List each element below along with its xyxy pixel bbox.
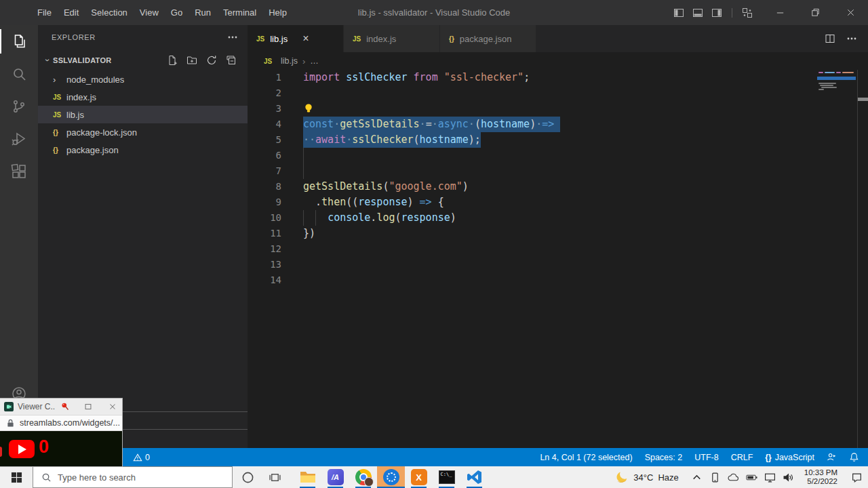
taskbar-app-chrome[interactable] [349, 466, 377, 488]
code-line-4[interactable]: 4const·getSslDetails·=·async·(hostname)·… [248, 117, 868, 132]
new-folder-icon[interactable] [186, 55, 197, 66]
customize-layout-icon[interactable] [742, 7, 753, 18]
new-file-icon[interactable] [167, 55, 178, 66]
file-tree-item-node_modules[interactable]: ›node_modules [38, 70, 248, 88]
network-icon[interactable] [764, 472, 776, 483]
minimap-selection [817, 77, 856, 80]
file-tree-item-lib.js[interactable]: JSlib.js [38, 106, 248, 123]
menu-terminal[interactable]: Terminal [217, 7, 262, 18]
refresh-icon[interactable] [206, 55, 217, 66]
code-line-11[interactable]: 11}) [248, 226, 868, 241]
tab-lib.js[interactable]: JSlib.js× [248, 25, 344, 52]
menu-go[interactable]: Go [165, 7, 189, 18]
breadcrumb-ellipsis[interactable]: … [310, 56, 319, 66]
code-line-10[interactable]: 10 console.log(response) [248, 210, 868, 226]
onedrive-icon[interactable] [728, 472, 739, 483]
phone-link-icon[interactable] [709, 472, 721, 483]
menu-edit[interactable]: Edit [58, 7, 85, 18]
code-line-12[interactable]: 12 [248, 241, 868, 257]
chevron-up-icon[interactable] [691, 472, 703, 483]
explorer-section-header[interactable]: › SSLVALIDATOR [38, 52, 248, 69]
code-line-6[interactable]: 6 [248, 148, 868, 163]
breadcrumb-file[interactable]: lib.js [281, 56, 298, 66]
code-line-3[interactable]: 3 [248, 101, 868, 117]
menu-help[interactable]: Help [262, 7, 293, 18]
menu-run[interactable]: Run [189, 7, 217, 18]
restore-button[interactable] [797, 0, 833, 25]
code-line-13[interactable]: 13 [248, 257, 868, 272]
line-number: 12 [248, 241, 281, 257]
code-line-7[interactable]: 7 [248, 163, 868, 179]
pin-icon[interactable] [60, 402, 70, 411]
popup-close-icon[interactable] [108, 402, 117, 411]
code-line-1[interactable]: 1import sslChecker from "ssl-checker"; [248, 70, 868, 85]
weather-widget[interactable]: 34°C Haze [615, 470, 678, 484]
viewer-popup-window[interactable]: Viewer C... streamlabs.com/widgets/... 0 [0, 399, 122, 466]
menu-view[interactable]: View [134, 7, 165, 18]
start-button[interactable] [0, 466, 33, 488]
taskbar-app-file-explorer[interactable] [294, 466, 321, 488]
layout-sidebar-left-icon[interactable] [673, 7, 684, 18]
file-tree-item-package.json[interactable]: {}package.json [38, 141, 248, 159]
lightbulb-icon[interactable] [303, 103, 314, 114]
activity-files[interactable] [0, 25, 38, 58]
menu-file[interactable]: File [31, 7, 58, 18]
menu-bar: FileEditSelectionViewGoRunTerminalHelp [31, 7, 293, 18]
taskbar-app-streamlabs-app[interactable] [377, 466, 405, 488]
breadcrumb[interactable]: JS lib.js › … [248, 52, 868, 70]
tab-index.js[interactable]: JSindex.js [344, 25, 440, 52]
code-line-2[interactable]: 2 [248, 85, 868, 101]
activity-run-debug[interactable] [0, 123, 38, 155]
activity-source-control[interactable] [0, 90, 38, 123]
feedback-icon[interactable] [827, 452, 837, 462]
file-tree-item-index.js[interactable]: JSindex.js [38, 88, 248, 106]
taskbar-app-command-prompt[interactable]: C:\_ [433, 466, 460, 488]
layout-panel-icon[interactable] [692, 7, 703, 18]
search-box[interactable]: Type here to search [33, 466, 233, 488]
layout-sidebar-right-icon[interactable] [711, 7, 722, 18]
more-actions-icon[interactable] [227, 32, 238, 43]
activity-search[interactable] [0, 58, 38, 90]
tab-strip: JSlib.js×JSindex.js{}package.json [248, 25, 536, 52]
minimap[interactable] [817, 71, 856, 100]
menu-selection[interactable]: Selection [85, 7, 133, 18]
volume-icon[interactable] [783, 472, 794, 483]
bell-icon[interactable] [849, 452, 859, 462]
cursor-position[interactable]: Ln 4, Col 1 (72 selected) [540, 453, 632, 462]
code-line-9[interactable]: 9 .then((response) => { [248, 195, 868, 210]
close-button[interactable] [833, 0, 868, 25]
task-view-button[interactable] [262, 466, 287, 488]
line-number: 9 [248, 195, 281, 210]
action-center-icon[interactable] [851, 472, 863, 483]
more-actions-icon[interactable] [846, 33, 857, 44]
popup-title-bar[interactable]: Viewer C... [0, 399, 122, 415]
code-editor[interactable]: 1import sslChecker from "ssl-checker";23… [248, 70, 868, 448]
chrome-icon [355, 469, 372, 485]
minimize-button[interactable] [762, 0, 797, 25]
taskbar-app-xampp[interactable]: X [405, 466, 433, 488]
popup-url-bar[interactable]: streamlabs.com/widgets/... [0, 415, 122, 431]
clock[interactable]: 10:33 PM 5/2/2022 [804, 468, 837, 486]
indentation-status[interactable]: Spaces: 2 [645, 453, 683, 462]
activity-extensions[interactable] [0, 155, 38, 188]
close-icon[interactable]: × [302, 33, 309, 44]
taskbar-app-vscode[interactable] [460, 466, 488, 488]
scrollbar-track[interactable] [857, 70, 858, 448]
search-icon [41, 472, 52, 483]
code-line-5[interactable]: 5··await·sslChecker(hostname); [248, 132, 868, 148]
file-tree-item-package-lock.json[interactable]: {}package-lock.json [38, 123, 248, 141]
line-number: 2 [248, 85, 281, 101]
split-editor-icon[interactable] [825, 33, 835, 44]
popup-minimize-icon[interactable] [83, 402, 93, 411]
eol-status[interactable]: CRLF [731, 453, 753, 462]
battery-icon[interactable] [746, 472, 757, 483]
taskbar-app-slash-a-app[interactable]: /A [321, 466, 349, 488]
code-line-14[interactable]: 14 [248, 272, 868, 288]
file-label: node_modules [65, 75, 124, 85]
encoding-status[interactable]: UTF-8 [694, 453, 718, 462]
language-status[interactable]: {} JavaScript [765, 453, 814, 462]
cortana-button[interactable] [235, 466, 260, 488]
tab-package.json[interactable]: {}package.json [440, 25, 536, 52]
collapse-all-icon[interactable] [226, 55, 237, 66]
code-line-8[interactable]: 8getSslDetails("google.com") [248, 179, 868, 195]
